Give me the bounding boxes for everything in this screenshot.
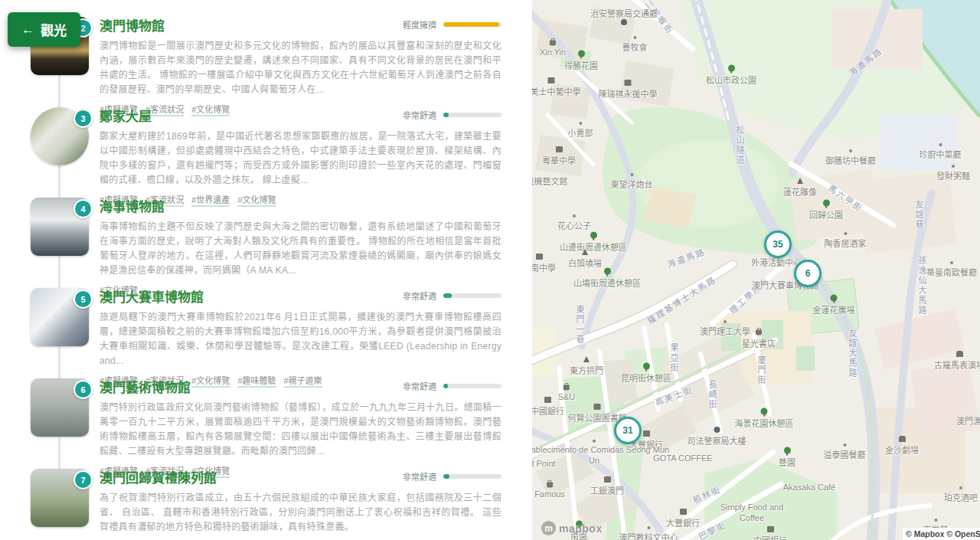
attraction-description: 為了祝賀澳門特別行政區成立，由五十六個民族組成的中華民族大家庭，包括國務院及三十… [100,491,501,535]
attraction-number-badge: 7 [74,470,93,489]
mapbox-logo[interactable]: m mapbox [541,521,603,535]
attraction-title[interactable]: 澳門博物館 [100,15,165,34]
crowd-status-label: 輕度擁擠 [403,18,436,31]
crowd-status-bar-fill [443,113,449,117]
map-markers: 35631 [532,0,980,540]
attraction-title[interactable]: 澳門藝術博物館 [100,377,191,396]
map-attribution-text: © Mapbox © OpenStreetMap [906,529,980,538]
map-marker-31[interactable]: 31 [614,417,642,444]
crowd-status-bar [443,22,501,27]
back-button[interactable]: ← 觀光 [8,12,80,47]
attraction-title[interactable]: 澳門大賽車博物館 [100,286,204,306]
attraction-title[interactable]: 澳門回歸賀禮陳列館 [100,467,217,486]
crowd-status: 非常舒適 [403,380,501,392]
crowd-status-bar [443,384,501,388]
crowd-status-bar-fill [443,293,452,298]
crowd-status-label: 非常舒適 [403,470,436,483]
crowd-status-bar [443,293,501,298]
attraction-number-badge: 4 [74,199,93,218]
crowd-status-bar-fill [443,474,449,479]
attraction-description: 鄭家大屋約建於1869年前，是中國近代著名思想家鄭觀應的故居，是一院落式大宅，建… [100,129,501,188]
attraction-title[interactable]: 海事博物館 [100,196,165,215]
crowd-status-bar [443,113,501,117]
map[interactable]: 二龍喉街海邊馬路松山隧道馬六甲街友誼巷孫逸仙大馬路海邊馬路羅理基博士大馬路理工學… [532,0,980,540]
mapbox-logo-icon: m [541,521,556,535]
attraction-description: 澳門特別行政區政府文化局澳門藝術博物館（藝博館），成立於一九九九年三月十九日。總… [100,401,501,459]
attraction-number-badge: 6 [74,380,93,399]
back-button-label: 觀光 [41,20,67,39]
attraction-number-badge: 3 [74,109,93,128]
crowd-status-bar [443,474,501,479]
mapbox-logo-text: mapbox [559,522,603,535]
crowd-status: 非常舒適 [403,470,501,483]
back-arrow-icon: ← [21,22,34,38]
attraction-item: 3 鄭家大屋 非常舒適 鄭家大屋約建於1869年前，是中國近代著名思想家鄭觀應的… [0,102,532,192]
attraction-number-badge: 5 [74,290,93,309]
map-marker-35[interactable]: 35 [764,231,792,258]
crowd-status: 輕度擁擠 [403,18,501,31]
attraction-description: 旅遊局轄下的澳門大賽車博物館於2021年6 月1日正式開幕，擴建後的澳門大賽車博… [100,310,501,368]
attraction-item: 5 澳門大賽車博物館 非常舒適 旅遊局轄下的澳門大賽車博物館於2021年6 月1… [0,283,532,373]
crowd-status-label: 非常舒適 [403,380,436,392]
crowd-status-label: 非常舒適 [403,109,436,121]
attraction-item: 7 澳門回歸賀禮陳列館 非常舒適 為了祝賀澳門特別行政區成立，由五十六個民族組成… [0,463,532,540]
map-attribution[interactable]: © Mapbox © OpenStreetMap [903,528,980,540]
attraction-description: 澳門博物館是一間展示澳門歷史和多元文化的博物館，館內的展品以其豐富和深刻的歷史和… [100,39,501,97]
crowd-status-bar-fill [443,22,499,27]
crowd-status-bar-fill [443,384,448,388]
crowd-status: 非常舒適 [403,109,501,121]
attractions-panel: ← 觀光 2 澳門博物館 輕度擁擠 澳門博物館是一間展示澳門歷史和多元文化的博物… [0,0,532,540]
crowd-status-label: 非常舒適 [403,290,436,302]
map-marker-6[interactable]: 6 [794,260,822,287]
crowd-status: 非常舒適 [403,290,501,302]
attraction-title[interactable]: 鄭家大屋 [100,106,152,125]
attraction-item: 6 澳門藝術博物館 非常舒適 澳門特別行政區政府文化局澳門藝術博物館（藝博館），… [0,373,532,463]
attraction-description: 海事博物館的主題不但反映了澳門歷史與大海之間的密切聯繫，還有系統地闡述了中國和葡… [100,220,501,278]
attraction-item: 4 海事博物館 海事博物館的主題不但反映了澳門歷史與大海之間的密切聯繫，還有系統… [0,192,532,283]
